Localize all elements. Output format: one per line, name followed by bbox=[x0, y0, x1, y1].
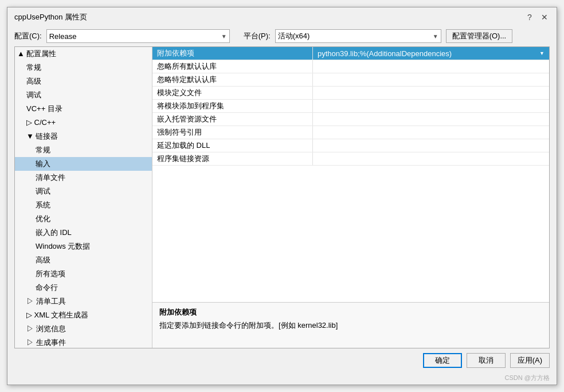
tree-item-qing-dan-gong-ju[interactable]: ▷ 清单工具 bbox=[15, 295, 152, 308]
property-name: 忽略所有默认认库 bbox=[152, 60, 313, 73]
cancel-button[interactable]: 取消 bbox=[467, 353, 506, 368]
title-bar: cppUsePython 属性页 ? ✕ bbox=[7, 7, 557, 26]
property-row[interactable]: 强制符号引用 bbox=[152, 126, 549, 139]
title-bar-controls: ? ✕ bbox=[524, 12, 550, 22]
property-value bbox=[313, 152, 549, 165]
tree-item-lj-chang-gui[interactable]: 常规 bbox=[15, 143, 152, 157]
tree-item-lan-lan-xinxi[interactable]: ▷ 浏览信息 bbox=[15, 322, 152, 336]
property-value bbox=[313, 100, 549, 112]
tree-item-c-cpp[interactable]: ▷ C/C++ bbox=[15, 116, 152, 130]
property-name: 嵌入托管资源文件 bbox=[152, 113, 313, 126]
tree-item-chang-gui[interactable]: 常规 bbox=[15, 61, 152, 75]
property-table: 附加依赖项python39.lib;%(AdditionalDependenci… bbox=[152, 47, 549, 302]
description-text: 指定要添加到链接命令行的附加项。[例如 kernel32.lib] bbox=[159, 320, 542, 331]
property-row[interactable]: 延迟加载的 DLL bbox=[152, 139, 549, 152]
property-name: 将模块添加到程序集 bbox=[152, 100, 313, 112]
tree-item-xml-doc[interactable]: ▷ XML 文档生成器 bbox=[15, 308, 152, 322]
property-value bbox=[313, 87, 549, 99]
property-value bbox=[313, 73, 549, 86]
property-dropdown-arrow[interactable]: ▼ bbox=[539, 50, 545, 56]
property-name: 模块定义文件 bbox=[152, 87, 313, 99]
property-value bbox=[313, 126, 549, 139]
property-row[interactable]: 程序集链接资源 bbox=[152, 152, 549, 166]
property-row[interactable]: 忽略所有默认认库 bbox=[152, 60, 549, 73]
config-row: 配置(C): Release ▼ 平台(P): 活动(x64) ▼ 配置管理器(… bbox=[7, 26, 557, 46]
tree-item-lj-suo-you[interactable]: 所有选项 bbox=[15, 267, 152, 281]
description-panel: 附加依赖项 指定要添加到链接命令行的附加项。[例如 kernel32.lib] bbox=[152, 302, 549, 348]
tree-item-lj-qing-dan[interactable]: 清单文件 bbox=[15, 171, 152, 185]
property-row[interactable]: 嵌入托管资源文件 bbox=[152, 113, 549, 126]
property-value bbox=[313, 113, 549, 126]
property-name: 延迟加载的 DLL bbox=[152, 139, 313, 152]
description-title: 附加依赖项 bbox=[159, 307, 542, 317]
tree-item-lj-gao-ji[interactable]: 高级 bbox=[15, 253, 152, 267]
tree-item-vc-mu-lu[interactable]: VC++ 目录 bbox=[15, 102, 152, 116]
property-row[interactable]: 将模块添加到程序集 bbox=[152, 100, 549, 113]
tree-item-lj-ming-ling[interactable]: 命令行 bbox=[15, 281, 152, 295]
config-dropdown-arrow: ▼ bbox=[221, 33, 227, 40]
tree-item-lian-jie-qi[interactable]: ▼ 链接器 bbox=[15, 130, 152, 143]
watermark: CSDN @方方格 bbox=[7, 373, 557, 385]
help-button[interactable]: ? bbox=[524, 12, 535, 22]
tree-item-lj-xi-tong[interactable]: 系统 bbox=[15, 198, 152, 212]
property-panel: 附加依赖项python39.lib;%(AdditionalDependenci… bbox=[152, 47, 549, 348]
tree-item-diao-shi[interactable]: 调试 bbox=[15, 88, 152, 102]
property-name: 附加依赖项 bbox=[152, 47, 313, 60]
tree-item-gao-ji[interactable]: 高级 bbox=[15, 75, 152, 88]
property-value: python39.lib;%(AdditionalDependencies)▼ bbox=[313, 47, 549, 60]
tree-panel: ▲ 配置属性常规高级调试VC++ 目录▷ C/C++▼ 链接器常规输入清单文件调… bbox=[15, 47, 152, 348]
tree-item-lj-you-hua[interactable]: 优化 bbox=[15, 212, 152, 226]
property-row[interactable]: 附加依赖项python39.lib;%(AdditionalDependenci… bbox=[152, 47, 549, 60]
platform-dropdown-arrow: ▼ bbox=[433, 33, 438, 40]
property-dialog: cppUsePython 属性页 ? ✕ 配置(C): Release ▼ 平台… bbox=[7, 7, 557, 385]
ok-button[interactable]: 确定 bbox=[423, 353, 462, 368]
main-area: ▲ 配置属性常规高级调试VC++ 目录▷ C/C++▼ 链接器常规输入清单文件调… bbox=[14, 46, 550, 348]
platform-dropdown[interactable]: 活动(x64) ▼ bbox=[275, 29, 441, 43]
tree-item-lj-diao-shi[interactable]: 调试 bbox=[15, 185, 152, 198]
property-row[interactable]: 模块定义文件 bbox=[152, 87, 549, 100]
property-row[interactable]: 忽略特定默认认库 bbox=[152, 73, 549, 87]
config-dropdown[interactable]: Release ▼ bbox=[46, 29, 230, 43]
tree-item-lj-shu-ru[interactable]: 输入 bbox=[15, 157, 152, 171]
property-name: 程序集链接资源 bbox=[152, 152, 313, 165]
platform-label: 平台(P): bbox=[244, 31, 271, 41]
property-value bbox=[313, 60, 549, 73]
property-value bbox=[313, 139, 549, 152]
tree-item-sheng-cheng-shijian[interactable]: ▷ 生成事件 bbox=[15, 336, 152, 348]
dialog-title: cppUsePython 属性页 bbox=[14, 12, 87, 22]
config-label: 配置(C): bbox=[14, 31, 42, 41]
property-name: 忽略特定默认认库 bbox=[152, 73, 313, 86]
apply-button[interactable]: 应用(A) bbox=[510, 353, 550, 368]
bottom-bar: 确定 取消 应用(A) bbox=[7, 348, 557, 373]
tree-item-lj-qian-ru-idl[interactable]: 嵌入的 IDL bbox=[15, 226, 152, 240]
config-value: Release bbox=[49, 32, 77, 41]
config-manager-button[interactable]: 配置管理器(O)... bbox=[446, 29, 513, 43]
close-button[interactable]: ✕ bbox=[539, 12, 550, 22]
tree-item-lj-windows-meta[interactable]: Windows 元数据 bbox=[15, 240, 152, 253]
platform-value: 活动(x64) bbox=[278, 31, 310, 41]
tree-item-pei-zhi-shu-xing[interactable]: ▲ 配置属性 bbox=[15, 47, 152, 61]
property-name: 强制符号引用 bbox=[152, 126, 313, 139]
